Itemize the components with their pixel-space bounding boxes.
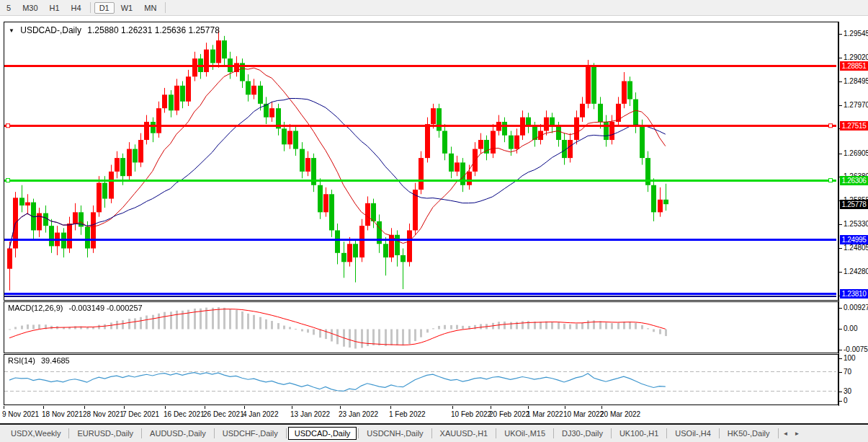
price-chart-canvas[interactable]: [4, 22, 836, 299]
date-tick-mark: [390, 406, 391, 409]
date-tick-label: 28 Nov 2021: [83, 410, 124, 418]
chevron-down-icon: ▼: [9, 27, 14, 34]
timeframe-button-5[interactable]: 5: [1, 2, 16, 14]
tab-separator: [778, 428, 779, 438]
rsi-tick-label: 100: [844, 354, 856, 362]
date-tick-mark: [43, 406, 44, 409]
date-tick-mark: [124, 406, 125, 409]
axis-tick-mark: [839, 372, 842, 373]
price-tick-label: 1.26905: [844, 149, 868, 157]
tab-separator: [68, 428, 69, 438]
tab-xauusd-h1[interactable]: XAUUSD-,H1: [434, 427, 495, 440]
timeframe-button-M30[interactable]: M30: [17, 2, 42, 14]
tabs-scroll-right-icon[interactable]: ►: [791, 430, 802, 437]
axis-tick-mark: [839, 105, 842, 106]
timeframe-button-H4[interactable]: H4: [66, 2, 86, 14]
axis-tick-mark: [839, 224, 842, 225]
axis-tick-mark: [839, 358, 842, 359]
tab-usdchf-daily[interactable]: USDCHF-,Daily: [216, 427, 285, 440]
date-tick-label: 10 Mar 2022: [563, 410, 604, 418]
price-axis[interactable]: 1.295451.290201.284951.279701.274501.269…: [838, 22, 868, 406]
timeframe-button-W1[interactable]: W1: [116, 2, 138, 14]
tab-hk50-daily[interactable]: HK50-,Daily: [721, 427, 777, 440]
level-price-badge: 1.27515: [840, 121, 868, 131]
tab-uk100-h1[interactable]: UK100-,H1: [613, 427, 665, 440]
axis-tick-mark: [839, 154, 842, 154]
level-price-badge: 1.26306: [840, 176, 868, 185]
date-tick-label: 23 Jan 2022: [339, 410, 378, 418]
tabs-scroll-left-icon[interactable]: ◄: [780, 430, 792, 437]
timeframe-button-MN[interactable]: MN: [139, 2, 161, 14]
tab-separator: [141, 428, 142, 438]
level-price-badge: 1.28851: [840, 61, 868, 71]
date-tick-mark: [528, 406, 529, 409]
tab-separator: [719, 428, 720, 438]
date-tick-label: 7 Dec 2021: [122, 410, 159, 418]
axis-tick-mark: [839, 248, 842, 249]
tab-separator: [358, 428, 359, 438]
rsi-indicator-name: RSI(14): [8, 356, 35, 365]
date-tick-label: 10 Feb 2022: [451, 410, 491, 418]
date-axis[interactable]: 9 Nov 202118 Nov 202128 Nov 20217 Dec 20…: [4, 406, 839, 422]
tab-separator: [496, 428, 496, 438]
tab-separator: [214, 428, 215, 438]
tab-separator: [611, 428, 612, 438]
chart-tabs-bar: USDX,WeeklyEURUSD-,DailyAUDUSD-,DailyUSD…: [0, 423, 868, 442]
price-tick-label: 1.24280: [844, 268, 868, 275]
rsi-panel: [4, 354, 838, 405]
mt4-window: 5M30H1H4D1W1MN ▼ USDCAD-,Daily 1.25880 1…: [0, 0, 868, 442]
axis-tick-mark: [839, 401, 842, 402]
date-tick-mark: [601, 406, 602, 409]
tab-usdcnh-daily[interactable]: USDCNH-,Daily: [360, 427, 429, 440]
timeframe-button-D1[interactable]: D1: [94, 2, 115, 14]
macd-tick-label: 0.009278: [844, 304, 868, 311]
rsi-canvas[interactable]: [4, 355, 836, 403]
date-tick-label: 1 Mar 2022: [527, 410, 563, 418]
chart-symbol-label: USDCAD-,Daily: [20, 25, 81, 35]
date-tick-mark: [165, 406, 166, 409]
date-tick-mark: [491, 406, 491, 409]
axis-tick-mark: [839, 392, 842, 392]
tab-usdx-weekly[interactable]: USDX,Weekly: [4, 427, 67, 440]
toolbar-separator: [165, 2, 166, 13]
tab-audusd-daily[interactable]: AUDUSD-,Daily: [143, 427, 212, 440]
tab-eurusd-daily[interactable]: EURUSD-,Daily: [71, 427, 140, 440]
toolbar-separator: [90, 2, 91, 13]
rsi-tick-label: 70: [844, 368, 851, 376]
price-tick-label: 1.24805: [844, 244, 868, 252]
chart-title: ▼ USDCAD-,Daily 1.25880 1.26231 1.25636 …: [9, 25, 220, 35]
date-tick-mark: [452, 406, 453, 409]
rsi-tick-label: 0: [844, 397, 848, 405]
timeframe-button-H1[interactable]: H1: [45, 2, 65, 14]
tab-dj30-daily[interactable]: DJ30-,Daily: [555, 427, 609, 440]
price-tick-label: 1.28495: [844, 77, 868, 85]
date-tick-mark: [244, 406, 245, 409]
date-tick-mark: [565, 406, 565, 409]
date-tick-label: 9 Nov 2021: [2, 410, 39, 418]
macd-indicator-values: -0.003149 -0.000257: [68, 304, 142, 312]
tab-usdcad-daily[interactable]: USDCAD-,Daily: [288, 427, 357, 440]
macd-tick-label: -0.00750: [844, 345, 868, 353]
tab-ukoil-m15[interactable]: UKOil-,M15: [498, 427, 552, 440]
price-tick-label: 1.25330: [844, 220, 868, 228]
date-tick-label: 16 Dec 2021: [164, 410, 205, 418]
date-tick-label: 13 Jan 2022: [290, 410, 330, 418]
date-tick-label: 20 Feb 2022: [489, 410, 529, 418]
axis-tick-mark: [839, 329, 842, 330]
axis-tick-mark: [839, 81, 842, 82]
price-tick-label: 1.29545: [844, 30, 868, 37]
tab-separator: [431, 428, 432, 438]
macd-indicator-name: MACD(12,26,9): [8, 304, 63, 312]
tab-separator: [553, 428, 554, 438]
date-tick-mark: [340, 406, 341, 409]
tab-usoil-h4[interactable]: USOil-,H4: [668, 427, 717, 440]
axis-tick-mark: [839, 34, 842, 35]
axis-tick-mark: [839, 308, 842, 309]
level-price-badge: 1.24995: [840, 235, 868, 244]
date-tick-label: 4 Jan 2022: [243, 410, 279, 418]
rsi-tick-label: 30: [844, 387, 851, 395]
price-tick-label: 1.29020: [844, 53, 868, 61]
date-tick-label: 26 Dec 2021: [203, 410, 244, 418]
date-tick-mark: [205, 406, 205, 409]
rsi-label: RSI(14) 39.4685: [8, 356, 70, 365]
